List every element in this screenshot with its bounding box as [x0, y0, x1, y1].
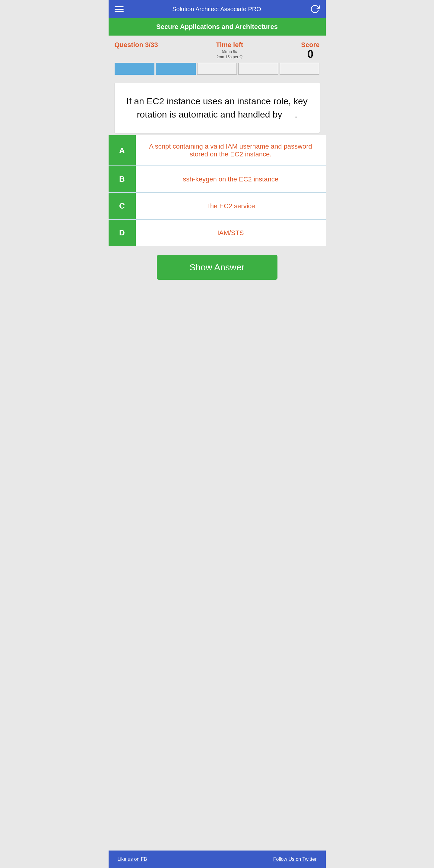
show-answer-container: Show Answer: [109, 246, 326, 289]
refresh-icon[interactable]: [310, 4, 320, 14]
option-letter-a: A: [109, 135, 136, 165]
category-label: Secure Applications and Architectures: [156, 23, 278, 30]
category-banner: Secure Applications and Architectures: [109, 18, 326, 36]
option-text-b: ssh-keygen on the EC2 instance: [136, 166, 326, 192]
option-letter-c: C: [109, 193, 136, 219]
progress-segment-4: [238, 63, 279, 75]
question-number: Question 3/33: [115, 41, 158, 49]
progress-segment-1: [115, 63, 155, 75]
option-letter-b: B: [109, 166, 136, 192]
option-row-c[interactable]: C The EC2 service: [109, 193, 326, 220]
progress-segment-5: [280, 63, 320, 75]
app-footer: Like us on FB Follow Us on Twitter: [109, 850, 326, 868]
option-row-b[interactable]: B ssh-keygen on the EC2 instance: [109, 166, 326, 193]
progress-segment-3: [197, 63, 237, 75]
options-container: A A script containing a valid IAM userna…: [109, 135, 326, 246]
score-value: 0: [307, 49, 313, 60]
show-answer-button[interactable]: Show Answer: [157, 255, 278, 280]
option-text-c: The EC2 service: [136, 193, 326, 219]
progress-segment-2: [155, 63, 196, 75]
option-letter-d: D: [109, 220, 136, 246]
progress-bar: [115, 63, 320, 75]
follow-twitter-link[interactable]: Follow Us on Twitter: [273, 857, 317, 862]
question-text: If an EC2 instance uses an instance role…: [124, 95, 311, 121]
question-card: If an EC2 instance uses an instance role…: [115, 83, 320, 133]
time-value: 58mn 6s 2mn 15s per Q: [216, 49, 242, 60]
time-label: Time left: [216, 41, 243, 49]
hamburger-menu-button[interactable]: [115, 6, 124, 12]
score-container: Score 0: [301, 41, 319, 60]
progress-bar-container: [109, 63, 326, 80]
option-text-a: A script containing a valid IAM username…: [136, 135, 326, 165]
spacer: [109, 289, 326, 850]
app-title: Solution Architect Associate PRO: [124, 6, 310, 13]
option-row-d[interactable]: D IAM/STS: [109, 220, 326, 246]
option-row-a[interactable]: A A script containing a valid IAM userna…: [109, 135, 326, 166]
like-fb-link[interactable]: Like us on FB: [118, 857, 147, 862]
time-container: Time left 58mn 6s 2mn 15s per Q: [216, 41, 243, 60]
option-text-d: IAM/STS: [136, 220, 326, 246]
question-meta: Question 3/33 Time left 58mn 6s 2mn 15s …: [109, 36, 326, 63]
app-header: Solution Architect Associate PRO: [109, 0, 326, 18]
